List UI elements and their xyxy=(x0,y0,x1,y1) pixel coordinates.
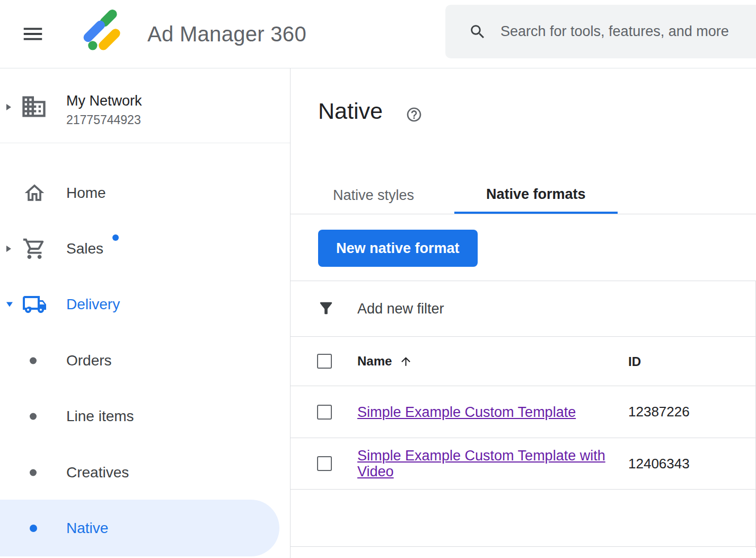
network-name: My Network xyxy=(66,93,142,109)
sidebar-item-home[interactable]: Home xyxy=(0,165,290,221)
sidebar-item-label: Orders xyxy=(66,352,112,369)
ad-manager-logo xyxy=(78,7,127,56)
bullet-icon xyxy=(30,469,37,476)
select-all-checkbox[interactable] xyxy=(317,354,332,369)
sidebar-item-label: Sales xyxy=(66,240,103,257)
bullet-icon xyxy=(30,525,37,532)
network-expand-icon[interactable] xyxy=(6,104,11,110)
tab-bar: Native styles Native formats xyxy=(291,177,756,214)
building-icon xyxy=(20,93,48,123)
sidebar-item-line-items[interactable]: Line items xyxy=(0,388,290,444)
sidebar-item-native-selected[interactable]: Native xyxy=(0,500,279,556)
help-icon[interactable] xyxy=(406,106,423,125)
sidebar: My Network 21775744923 Home Sales Deliv xyxy=(0,68,291,558)
app-window: Ad Manager 360 My Network 21775744923 H xyxy=(0,0,756,558)
native-format-link[interactable]: Simple Example Custom Template with Vide… xyxy=(357,448,605,479)
sidebar-item-label: Home xyxy=(66,185,106,202)
sidebar-item-sales[interactable]: Sales xyxy=(0,221,290,276)
notification-dot xyxy=(112,234,119,241)
native-format-id: 12406343 xyxy=(628,456,756,472)
tab-native-formats[interactable]: Native formats xyxy=(454,177,618,214)
column-header-id[interactable]: ID xyxy=(628,354,641,369)
top-bar: Ad Manager 360 xyxy=(0,0,756,68)
shopping-cart-icon xyxy=(21,237,48,261)
page-title: Native xyxy=(318,98,383,124)
new-native-format-button[interactable]: New native format xyxy=(318,230,478,267)
filter-funnel-icon xyxy=(317,299,335,319)
chevron-down-icon[interactable] xyxy=(6,302,13,307)
home-icon xyxy=(21,181,48,205)
sidebar-item-label: Delivery xyxy=(66,296,120,313)
native-format-link[interactable]: Simple Example Custom Template xyxy=(357,404,576,420)
search-input[interactable] xyxy=(500,23,756,40)
network-selector[interactable]: My Network 21775744923 xyxy=(0,79,290,135)
tab-native-styles[interactable]: Native styles xyxy=(301,177,446,214)
network-id: 21775744923 xyxy=(66,113,142,127)
hamburger-menu-icon[interactable] xyxy=(20,21,46,47)
native-formats-table: Name ID Simple Example Custom Template 1… xyxy=(291,337,756,547)
app-title: Ad Manager 360 xyxy=(147,22,306,46)
main-content: Native Native styles Native formats New … xyxy=(291,68,756,558)
sidebar-item-delivery[interactable]: Delivery xyxy=(0,276,290,332)
table-row: Simple Example Custom Template with Vide… xyxy=(291,438,756,490)
row-checkbox[interactable] xyxy=(317,456,332,471)
filter-bar[interactable]: Add new filter xyxy=(291,281,756,337)
table-row-empty xyxy=(291,490,756,547)
truck-icon xyxy=(21,292,48,317)
bullet-icon xyxy=(30,357,37,364)
sort-ascending-icon[interactable] xyxy=(399,355,412,368)
sidebar-divider xyxy=(0,143,290,143)
bullet-icon xyxy=(30,413,37,420)
chevron-right-icon[interactable] xyxy=(6,246,11,252)
table-row: Simple Example Custom Template 12387226 xyxy=(291,386,756,438)
sidebar-item-label: Line items xyxy=(66,408,134,425)
sidebar-item-orders[interactable]: Orders xyxy=(0,333,290,388)
sidebar-item-label: Native xyxy=(66,520,108,537)
search-icon xyxy=(469,23,487,41)
sidebar-item-label: Creatives xyxy=(66,464,129,481)
column-header-name[interactable]: Name xyxy=(357,354,392,369)
sidebar-item-creatives[interactable]: Creatives xyxy=(0,444,290,500)
add-filter-input[interactable]: Add new filter xyxy=(357,301,444,317)
search-bar[interactable] xyxy=(445,5,756,58)
table-header-row: Name ID xyxy=(291,337,756,386)
row-checkbox[interactable] xyxy=(317,405,332,420)
native-format-id: 12387226 xyxy=(628,404,756,420)
